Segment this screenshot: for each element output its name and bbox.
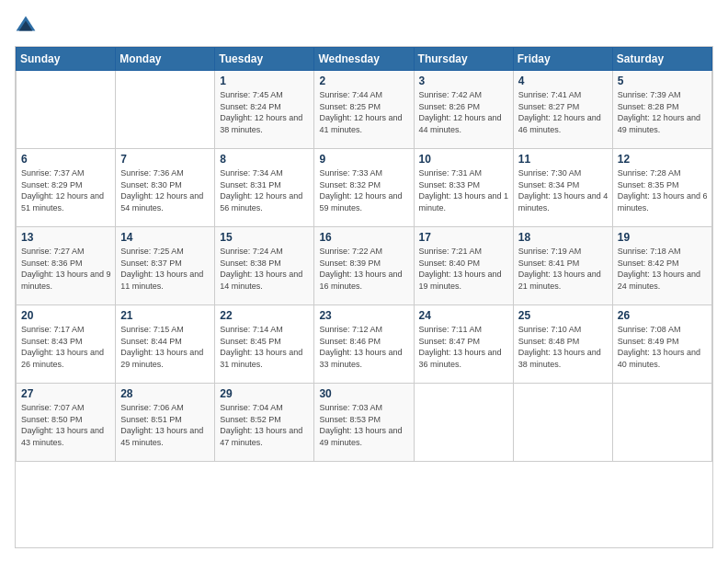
day-info: Sunrise: 7:10 AMSunset: 8:48 PMDaylight:… <box>518 324 609 370</box>
day-cell: 29Sunrise: 7:04 AMSunset: 8:52 PMDayligh… <box>215 384 314 462</box>
day-number: 24 <box>419 309 509 322</box>
day-info: Sunrise: 7:15 AMSunset: 8:44 PMDaylight:… <box>120 324 210 370</box>
day-cell: 8Sunrise: 7:34 AMSunset: 8:31 PMDaylight… <box>215 149 314 227</box>
day-cell: 3Sunrise: 7:42 AMSunset: 8:26 PMDaylight… <box>414 71 513 149</box>
calendar: SundayMondayTuesdayWednesdayThursdayFrid… <box>15 46 713 548</box>
day-cell: 19Sunrise: 7:18 AMSunset: 8:42 PMDayligh… <box>612 227 711 305</box>
week-row-0: 1Sunrise: 7:45 AMSunset: 8:24 PMDaylight… <box>17 71 712 149</box>
weekday-tuesday: Tuesday <box>215 48 314 71</box>
day-info: Sunrise: 7:33 AMSunset: 8:32 PMDaylight:… <box>319 167 409 213</box>
day-info: Sunrise: 7:07 AMSunset: 8:50 PMDaylight:… <box>21 402 111 448</box>
day-number: 9 <box>319 153 409 166</box>
day-number: 18 <box>518 231 609 244</box>
day-number: 3 <box>419 75 509 87</box>
day-info: Sunrise: 7:24 AMSunset: 8:38 PMDaylight:… <box>220 246 310 292</box>
day-number: 5 <box>618 75 708 87</box>
day-info: Sunrise: 7:42 AMSunset: 8:26 PMDaylight:… <box>419 89 509 135</box>
page: SundayMondayTuesdayWednesdayThursdayFrid… <box>0 0 728 563</box>
weekday-monday: Monday <box>116 48 215 71</box>
day-number: 7 <box>120 153 210 166</box>
week-row-3: 20Sunrise: 7:17 AMSunset: 8:43 PMDayligh… <box>17 305 712 384</box>
day-cell <box>513 384 612 462</box>
day-number: 6 <box>21 153 111 166</box>
day-info: Sunrise: 7:04 AMSunset: 8:52 PMDaylight:… <box>220 402 310 448</box>
day-number: 2 <box>319 75 409 87</box>
day-number: 21 <box>120 309 210 322</box>
day-cell: 26Sunrise: 7:08 AMSunset: 8:49 PMDayligh… <box>612 305 711 384</box>
day-info: Sunrise: 7:25 AMSunset: 8:37 PMDaylight:… <box>120 246 210 292</box>
weekday-thursday: Thursday <box>414 48 513 71</box>
day-number: 20 <box>21 309 111 322</box>
day-cell: 16Sunrise: 7:22 AMSunset: 8:39 PMDayligh… <box>314 227 414 305</box>
day-cell: 27Sunrise: 7:07 AMSunset: 8:50 PMDayligh… <box>17 384 116 462</box>
weekday-sunday: Sunday <box>17 48 116 71</box>
day-cell: 4Sunrise: 7:41 AMSunset: 8:27 PMDaylight… <box>513 71 612 149</box>
week-row-4: 27Sunrise: 7:07 AMSunset: 8:50 PMDayligh… <box>17 384 712 462</box>
day-cell: 22Sunrise: 7:14 AMSunset: 8:45 PMDayligh… <box>215 305 314 384</box>
day-number: 26 <box>618 309 708 322</box>
day-cell: 6Sunrise: 7:37 AMSunset: 8:29 PMDaylight… <box>17 149 116 227</box>
day-number: 30 <box>319 387 409 400</box>
day-cell: 23Sunrise: 7:12 AMSunset: 8:46 PMDayligh… <box>314 305 414 384</box>
day-info: Sunrise: 7:39 AMSunset: 8:28 PMDaylight:… <box>618 89 708 135</box>
day-number: 17 <box>419 231 509 244</box>
day-info: Sunrise: 7:18 AMSunset: 8:42 PMDaylight:… <box>618 246 708 292</box>
day-number: 12 <box>618 153 708 166</box>
day-cell: 5Sunrise: 7:39 AMSunset: 8:28 PMDaylight… <box>612 71 711 149</box>
day-info: Sunrise: 7:22 AMSunset: 8:39 PMDaylight:… <box>319 246 409 292</box>
day-cell: 17Sunrise: 7:21 AMSunset: 8:40 PMDayligh… <box>414 227 513 305</box>
day-info: Sunrise: 7:12 AMSunset: 8:46 PMDaylight:… <box>319 324 409 370</box>
day-cell: 9Sunrise: 7:33 AMSunset: 8:32 PMDaylight… <box>314 149 414 227</box>
day-number: 15 <box>220 231 310 244</box>
day-cell: 18Sunrise: 7:19 AMSunset: 8:41 PMDayligh… <box>513 227 612 305</box>
logo-icon <box>15 15 37 37</box>
day-cell: 14Sunrise: 7:25 AMSunset: 8:37 PMDayligh… <box>116 227 215 305</box>
day-info: Sunrise: 7:37 AMSunset: 8:29 PMDaylight:… <box>21 167 111 213</box>
day-cell <box>17 71 116 149</box>
day-cell: 12Sunrise: 7:28 AMSunset: 8:35 PMDayligh… <box>612 149 711 227</box>
week-row-2: 13Sunrise: 7:27 AMSunset: 8:36 PMDayligh… <box>17 227 712 305</box>
day-cell: 2Sunrise: 7:44 AMSunset: 8:25 PMDaylight… <box>314 71 414 149</box>
day-cell <box>116 71 215 149</box>
day-cell: 7Sunrise: 7:36 AMSunset: 8:30 PMDaylight… <box>116 149 215 227</box>
day-info: Sunrise: 7:06 AMSunset: 8:51 PMDaylight:… <box>120 402 210 448</box>
day-number: 1 <box>220 75 310 87</box>
day-cell <box>414 384 513 462</box>
day-info: Sunrise: 7:08 AMSunset: 8:49 PMDaylight:… <box>618 324 708 370</box>
day-info: Sunrise: 7:03 AMSunset: 8:53 PMDaylight:… <box>319 402 409 448</box>
day-number: 23 <box>319 309 409 322</box>
day-number: 13 <box>21 231 111 244</box>
day-info: Sunrise: 7:17 AMSunset: 8:43 PMDaylight:… <box>21 324 111 370</box>
day-info: Sunrise: 7:34 AMSunset: 8:31 PMDaylight:… <box>220 167 310 213</box>
day-cell <box>612 384 711 462</box>
header <box>15 15 713 37</box>
day-number: 25 <box>518 309 609 322</box>
day-number: 8 <box>220 153 310 166</box>
day-number: 4 <box>518 75 609 87</box>
day-info: Sunrise: 7:14 AMSunset: 8:45 PMDaylight:… <box>220 324 310 370</box>
day-cell: 20Sunrise: 7:17 AMSunset: 8:43 PMDayligh… <box>17 305 116 384</box>
weekday-wednesday: Wednesday <box>314 48 414 71</box>
day-cell: 1Sunrise: 7:45 AMSunset: 8:24 PMDaylight… <box>215 71 314 149</box>
day-number: 11 <box>518 153 609 166</box>
day-cell: 15Sunrise: 7:24 AMSunset: 8:38 PMDayligh… <box>215 227 314 305</box>
calendar-body: 1Sunrise: 7:45 AMSunset: 8:24 PMDaylight… <box>17 71 712 462</box>
day-number: 22 <box>220 309 310 322</box>
day-cell: 28Sunrise: 7:06 AMSunset: 8:51 PMDayligh… <box>116 384 215 462</box>
day-info: Sunrise: 7:44 AMSunset: 8:25 PMDaylight:… <box>319 89 409 135</box>
day-cell: 11Sunrise: 7:30 AMSunset: 8:34 PMDayligh… <box>513 149 612 227</box>
day-number: 19 <box>618 231 708 244</box>
day-info: Sunrise: 7:31 AMSunset: 8:33 PMDaylight:… <box>419 167 509 213</box>
day-info: Sunrise: 7:21 AMSunset: 8:40 PMDaylight:… <box>419 246 509 292</box>
week-row-1: 6Sunrise: 7:37 AMSunset: 8:29 PMDaylight… <box>17 149 712 227</box>
day-cell: 10Sunrise: 7:31 AMSunset: 8:33 PMDayligh… <box>414 149 513 227</box>
weekday-header: SundayMondayTuesdayWednesdayThursdayFrid… <box>17 48 712 71</box>
day-info: Sunrise: 7:19 AMSunset: 8:41 PMDaylight:… <box>518 246 609 292</box>
day-info: Sunrise: 7:41 AMSunset: 8:27 PMDaylight:… <box>518 89 609 135</box>
day-info: Sunrise: 7:11 AMSunset: 8:47 PMDaylight:… <box>419 324 509 370</box>
day-number: 16 <box>319 231 409 244</box>
logo <box>15 15 40 37</box>
weekday-saturday: Saturday <box>612 48 711 71</box>
day-number: 28 <box>120 387 210 400</box>
day-number: 14 <box>120 231 210 244</box>
